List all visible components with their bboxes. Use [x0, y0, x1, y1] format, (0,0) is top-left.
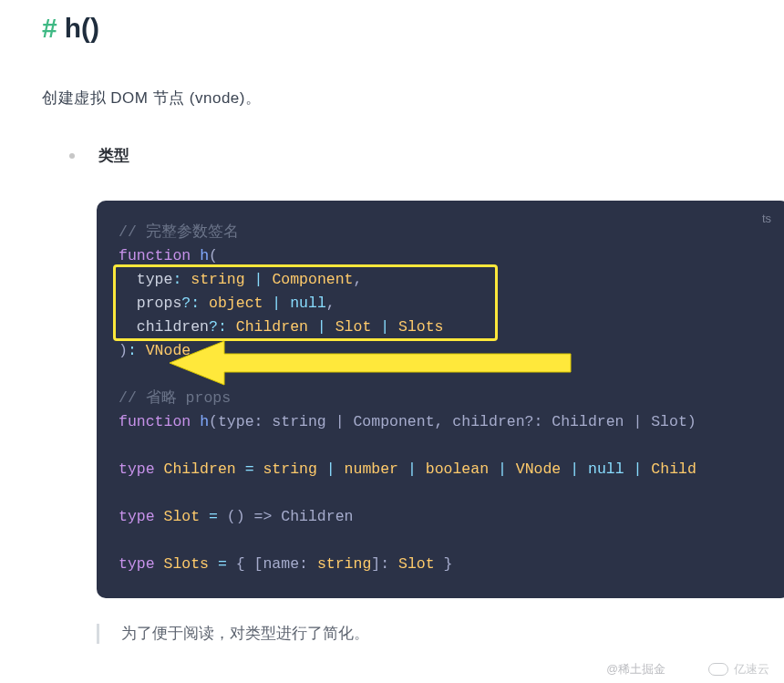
heading-text: h() — [65, 13, 99, 44]
fn-name: h — [200, 413, 209, 430]
kw-type: type — [119, 461, 155, 478]
watermark-yisu-text: 亿速云 — [734, 661, 769, 678]
paren-close: ) — [119, 342, 128, 359]
slot-rhs: () => Children — [227, 508, 354, 525]
t-string: string — [263, 461, 316, 478]
kw-type: type — [119, 555, 155, 573]
t-child: Child — [651, 461, 696, 478]
t-boolean: boolean — [426, 461, 489, 478]
pipe: | — [371, 318, 398, 336]
slots-mid: ]: — [371, 555, 398, 573]
kw-function: function — [119, 247, 191, 264]
code-language-badge: ts — [762, 212, 771, 225]
eq: = — [236, 461, 263, 478]
comma: , — [354, 271, 363, 288]
heading-hash: # — [42, 13, 57, 44]
typedef-slot: Slot — [164, 508, 201, 525]
code-block: ts // 完整参数签名 function h( type: string | … — [97, 201, 784, 598]
sig2-tail: (type: string | Component, children?: Ch… — [209, 413, 696, 430]
code-content: // 完整参数签名 function h( type: string | Com… — [119, 221, 768, 576]
quote-text: 为了便于阅读，对类型进行了简化。 — [121, 625, 369, 641]
intro-paragraph: 创建虚拟 DOM 节点 (vnode)。 — [42, 88, 784, 109]
watermark-juejin: @稀土掘金 — [606, 662, 665, 678]
return-type: VNode — [146, 342, 191, 359]
cloud-icon — [708, 663, 728, 676]
slots-val-type: Slot — [398, 555, 435, 573]
type-component: Component — [272, 271, 353, 288]
pipe: | — [263, 295, 290, 312]
pipe: | — [624, 461, 652, 478]
fn-name: h — [200, 247, 209, 264]
section-row: 类型 — [42, 145, 784, 166]
pipe: | — [489, 461, 516, 478]
slots-open: { [name: — [236, 555, 317, 573]
pipe: | — [317, 461, 345, 478]
t-number: number — [345, 461, 398, 478]
optional-mark: ? — [209, 318, 218, 336]
type-null: null — [290, 295, 326, 312]
page-title: # h() — [42, 13, 784, 44]
eq: = — [209, 555, 236, 573]
colon: : — [172, 271, 181, 288]
param-props: props — [137, 295, 182, 312]
type-object: object — [209, 295, 263, 312]
slots-key-type: string — [317, 555, 371, 573]
pipe: | — [245, 271, 273, 288]
type-slot: Slot — [335, 318, 372, 336]
slots-close: } — [435, 555, 453, 573]
quote-block: 为了便于阅读，对类型进行了简化。 — [97, 624, 784, 644]
kw-function: function — [119, 413, 191, 430]
type-string: string — [191, 271, 244, 288]
code-block-wrapper: ts // 完整参数签名 function h( type: string | … — [97, 201, 784, 598]
type-children: Children — [236, 318, 308, 336]
colon: : — [191, 295, 200, 312]
pipe: | — [561, 461, 588, 478]
code-comment-2: // 省略 props — [119, 389, 231, 407]
pipe: | — [308, 318, 335, 336]
colon: : — [218, 318, 227, 336]
section-label: 类型 — [98, 145, 129, 166]
bullet-icon — [69, 153, 75, 159]
colon: : — [128, 342, 137, 359]
code-comment: // 完整参数签名 — [119, 223, 239, 241]
optional-mark: ? — [181, 295, 191, 312]
paren-open: ( — [209, 247, 218, 264]
eq: = — [200, 508, 227, 525]
t-vnode: VNode — [516, 461, 562, 478]
watermark-yisu: 亿速云 — [708, 661, 769, 678]
typedef-slots: Slots — [164, 555, 210, 573]
t-null: null — [588, 461, 624, 478]
param-type: type — [137, 271, 173, 288]
pipe: | — [398, 461, 426, 478]
type-slots: Slots — [398, 318, 444, 336]
comma: , — [326, 295, 335, 312]
param-children: children — [137, 318, 209, 336]
kw-type: type — [119, 508, 155, 525]
typedef-children: Children — [164, 461, 236, 478]
